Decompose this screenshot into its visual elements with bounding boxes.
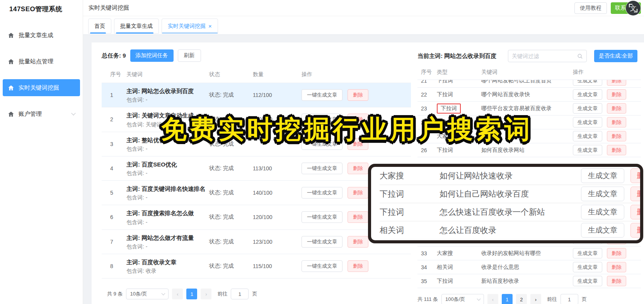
task-actions: 一键生成文章 删除 bbox=[302, 138, 411, 150]
table-row[interactable]: 6 主词: 百度搜索排名怎么做 包含词: - 状态: 完成 120/100 一键… bbox=[102, 205, 411, 229]
inset-row: 下拉词 如何让自己网站收录百度 生成文章 删除 bbox=[380, 185, 640, 203]
refresh-button[interactable]: 刷新 bbox=[178, 49, 201, 62]
row-number: 7 bbox=[110, 239, 126, 245]
table-row[interactable]: 5 主词: 百度关键词排名快速排名 包含词: - 状态: 完成 140/100 … bbox=[102, 181, 411, 205]
delete-button[interactable]: 删除 bbox=[348, 163, 368, 174]
translate-icon[interactable]: 文 bbox=[626, 1, 641, 15]
delete-button[interactable]: 删除 bbox=[607, 248, 626, 258]
task-include-word: 包含词: - bbox=[126, 170, 209, 177]
table-row[interactable]: 35 下拉词 新站百度秒收录 生成文章 删除 bbox=[417, 274, 641, 288]
generate-article-button[interactable]: 生成文章 bbox=[573, 276, 602, 286]
task-quantity: 140/100 bbox=[253, 190, 302, 196]
generate-articles-button[interactable]: 一键生成文章 bbox=[302, 236, 342, 248]
table-row[interactable]: 3 主词: 整站优化 包含词: - 状态: 完成 一键生成文章 删除 bbox=[102, 132, 411, 156]
table-row[interactable]: 22 下拉词 哪个网站百度收录快 生成文章 删除 bbox=[417, 88, 641, 102]
tab[interactable]: 批量文章生成 × bbox=[114, 19, 159, 34]
row-number: 25 bbox=[421, 133, 437, 139]
generate-all-button[interactable]: 是否生成:全部 bbox=[594, 50, 637, 62]
table-row[interactable]: 1 主词: 网站怎么收录到百度 包含词: - 状态: 完成 112/100 一键… bbox=[102, 83, 411, 107]
generate-article-button[interactable]: 生成文章 bbox=[573, 145, 602, 155]
delete-button[interactable]: 删除 bbox=[607, 131, 626, 141]
row-number: 26 bbox=[421, 147, 437, 153]
task-include-word: 包含词: 收录 bbox=[126, 268, 209, 275]
task-include-word: 包含词: - bbox=[126, 194, 209, 201]
delete-button[interactable]: 删除 bbox=[607, 145, 626, 155]
table-row[interactable]: 2 主词: 关键词文章自动生成 包含词: 关键词生成 状态: 完成 100/10… bbox=[102, 107, 411, 132]
page-size-select[interactable]: 100条/页 bbox=[441, 294, 484, 304]
delete-button[interactable]: 删除 bbox=[607, 89, 626, 100]
delete-button[interactable]: 删除 bbox=[348, 138, 368, 150]
keyword-actions: 生成文章 删除 bbox=[573, 80, 641, 86]
chevron-down-icon bbox=[162, 292, 165, 296]
delete-button[interactable]: 删除 bbox=[348, 89, 368, 101]
row-number: 3 bbox=[110, 141, 126, 147]
goto-page-input[interactable] bbox=[231, 289, 249, 299]
tab-underline bbox=[116, 32, 153, 34]
sidebar-item[interactable]: 批量文章生成 bbox=[3, 27, 80, 44]
delete-button[interactable]: 删除 bbox=[348, 260, 368, 272]
task-quantity: 100/100 bbox=[253, 116, 302, 122]
generate-articles-button[interactable]: 一键生成文章 bbox=[302, 138, 342, 150]
delete-button[interactable]: 删除 bbox=[607, 262, 626, 272]
table-row[interactable]: 33 大家搜 收录好的发帖网站有哪些 生成文章 删除 bbox=[417, 246, 641, 260]
close-icon[interactable]: × bbox=[208, 23, 212, 29]
goto-page-input[interactable] bbox=[561, 294, 578, 304]
delete-button[interactable]: 删除 bbox=[348, 211, 368, 223]
row-number: 6 bbox=[110, 214, 126, 220]
table-row[interactable]: 26 下拉词 如何百度收录网站 生成文章 删除 bbox=[417, 143, 641, 157]
tab[interactable]: 实时关键词挖掘 × bbox=[162, 19, 218, 34]
prev-page-button[interactable]: ‹ bbox=[487, 294, 498, 304]
generate-article-button[interactable]: 生成文章 bbox=[573, 89, 602, 100]
table-row[interactable]: 7 主词: 网站怎么做才有流量 包含词: - 状态: 完成 123/100 一键… bbox=[102, 230, 411, 254]
delete-button[interactable]: 删除 bbox=[607, 276, 626, 286]
generate-article-button[interactable]: 生成文章 bbox=[573, 117, 602, 127]
generate-article-button[interactable]: 生成文章 bbox=[573, 103, 602, 114]
generate-articles-button[interactable]: 一键生成文章 bbox=[302, 114, 342, 125]
generate-articles-button[interactable]: 一键生成文章 bbox=[302, 163, 342, 174]
next-page-button[interactable]: › bbox=[530, 294, 541, 304]
delete-button: 删除 bbox=[630, 168, 643, 183]
tab[interactable]: 首页 × bbox=[88, 19, 111, 34]
delete-button[interactable]: 删除 bbox=[607, 117, 626, 127]
delete-button[interactable]: 删除 bbox=[607, 103, 626, 114]
generate-articles-button[interactable]: 一键生成文章 bbox=[302, 89, 342, 101]
page-number-button[interactable]: 1 bbox=[502, 294, 513, 304]
table-row[interactable]: 4 主词: 百度SEO优化 包含词: - 状态: 完成 113/100 一键生成… bbox=[102, 156, 411, 181]
generate-article-button: 生成文章 bbox=[581, 205, 624, 219]
keyword-type-text: 下拉词 bbox=[437, 80, 453, 85]
page-number-button[interactable]: 1 bbox=[186, 289, 197, 299]
table-row[interactable]: 23 下拉词 哪些平台发文容易被百度收录 生成文章 删除 bbox=[417, 102, 641, 115]
inset-row: 下拉词 怎么快速让百度收录一个新站 生成文章 删除 bbox=[380, 203, 640, 221]
prev-page-button[interactable]: ‹ bbox=[172, 289, 183, 299]
keyword-actions: 生成文章 删除 bbox=[573, 131, 641, 141]
generate-article-button[interactable]: 生成文章 bbox=[573, 248, 602, 258]
add-task-button[interactable]: 添加挖词任务 bbox=[130, 49, 174, 62]
tutorial-button[interactable]: 使用教程 bbox=[574, 2, 607, 14]
page-number-button[interactable]: 2 bbox=[516, 294, 527, 304]
sidebar-item[interactable]: 账户管理 bbox=[3, 105, 80, 122]
sidebar-item[interactable]: 实时关键词挖掘 bbox=[3, 79, 80, 96]
sidebar-item[interactable]: 批量站点管理 bbox=[3, 53, 80, 70]
generate-articles-button[interactable]: 一键生成文章 bbox=[302, 211, 342, 223]
row-number: 35 bbox=[421, 278, 437, 284]
delete-button[interactable]: 删除 bbox=[348, 114, 368, 125]
delete-button[interactable]: 删除 bbox=[348, 236, 368, 248]
delete-button[interactable]: 删除 bbox=[348, 187, 368, 199]
table-row[interactable]: 21 下拉词 哪个网站发帖可以上百度首页 生成文章 删除 bbox=[417, 80, 641, 88]
task-keyword-cell: 主词: 百度SEO优化 包含词: - bbox=[126, 160, 209, 177]
table-row[interactable]: 25 大家搜 生成文章 删除 bbox=[417, 129, 641, 143]
next-page-button[interactable]: › bbox=[201, 289, 211, 299]
table-row[interactable]: 8 主词: 百度收录文章 包含词: 收录 状态: 完成 115/100 一键生成… bbox=[102, 254, 411, 279]
page-size-select[interactable]: 10条/页 bbox=[126, 289, 169, 299]
table-row[interactable]: 24 下拉词 生成文章 删除 bbox=[417, 115, 641, 129]
keyword-filter-input[interactable] bbox=[512, 53, 577, 59]
table-row[interactable]: 34 相关词 收录是什么意思 生成文章 删除 bbox=[417, 260, 641, 274]
generate-article-button[interactable]: 生成文章 bbox=[573, 131, 602, 141]
task-status: 状态: 完成 bbox=[209, 165, 253, 172]
delete-button[interactable]: 删除 bbox=[607, 80, 626, 86]
generate-article-button[interactable]: 生成文章 bbox=[573, 80, 602, 86]
generate-article-button[interactable]: 生成文章 bbox=[573, 262, 602, 272]
generate-articles-button[interactable]: 一键生成文章 bbox=[302, 260, 342, 272]
generate-articles-button[interactable]: 一键生成文章 bbox=[302, 187, 342, 199]
keyword-type-text: 下拉词 bbox=[437, 277, 453, 285]
